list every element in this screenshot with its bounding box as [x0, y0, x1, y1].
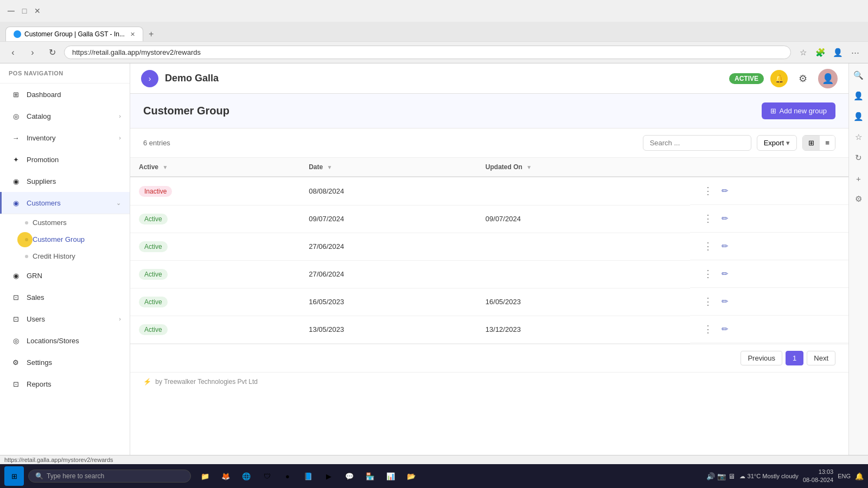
- right-add-icon[interactable]: +: [851, 171, 866, 186]
- tray-network-icon[interactable]: 🔊: [706, 472, 715, 480]
- page-header: Customer Group ⊞ Add new group: [130, 94, 848, 129]
- previous-button[interactable]: Previous: [741, 351, 782, 365]
- row-more-btn-3[interactable]: ⋮: [699, 267, 717, 281]
- row-edit-btn-3[interactable]: ✏: [722, 269, 729, 279]
- language-indicator[interactable]: ENG: [838, 473, 851, 479]
- cell-updated-0: [477, 177, 690, 205]
- address-bar[interactable]: https://retail.galla.app/mystorev2/rewar…: [64, 46, 791, 59]
- sidebar-item-customers-list[interactable]: Customers: [0, 214, 130, 231]
- next-button[interactable]: Next: [807, 351, 835, 365]
- cell-date-0: 08/08/2024: [300, 177, 477, 205]
- locations-icon: ◎: [10, 335, 21, 346]
- back-button[interactable]: ‹: [5, 45, 21, 60]
- tab-close-btn[interactable]: ✕: [130, 31, 135, 38]
- row-more-btn-5[interactable]: ⋮: [699, 322, 717, 336]
- taskbar-app-skype[interactable]: 💬: [340, 466, 359, 486]
- page-1-button[interactable]: 1: [786, 351, 803, 365]
- sidebar-item-inventory[interactable]: → Inventory ›: [0, 127, 130, 149]
- powered-icon: ⚡: [143, 378, 151, 386]
- start-button[interactable]: ⊞: [4, 466, 24, 486]
- taskbar-search[interactable]: 🔍 Type here to search: [28, 470, 191, 483]
- row-edit-btn-2[interactable]: ✏: [722, 241, 729, 251]
- sidebar-item-locations[interactable]: ◎ Locations/Stores: [0, 330, 130, 351]
- cell-actions-4: ⋮ ✏: [690, 288, 848, 316]
- notification-btn[interactable]: 🔔: [770, 70, 788, 87]
- cell-date-2: 27/06/2024: [300, 233, 477, 260]
- more-btn[interactable]: ⋯: [847, 45, 863, 60]
- cell-status-4: Active: [130, 288, 300, 316]
- sidebar-item-customer-group[interactable]: Customer Group: [0, 231, 130, 248]
- refresh-button[interactable]: ↻: [44, 45, 60, 60]
- row-more-btn-0[interactable]: ⋮: [699, 184, 717, 198]
- sidebar-item-customers[interactable]: ◉ Customers ⌄: [0, 192, 130, 214]
- right-user-icon[interactable]: 👤: [851, 88, 866, 104]
- extensions-btn[interactable]: 🧩: [813, 45, 828, 60]
- right-settings-icon[interactable]: ⚙: [851, 191, 866, 207]
- sidebar-item-credit-history[interactable]: Credit History: [0, 248, 130, 265]
- profile-btn[interactable]: 👤: [830, 45, 845, 60]
- row-edit-btn-4[interactable]: ✏: [722, 297, 729, 306]
- taskbar-app-files[interactable]: 📁: [195, 466, 215, 486]
- sidebar-item-settings[interactable]: ⚙ Settings: [0, 351, 130, 373]
- header-settings-btn[interactable]: ⚙: [794, 70, 812, 87]
- sidebar-item-suppliers[interactable]: ◉ Suppliers: [0, 170, 130, 192]
- taskbar-app-antivirus[interactable]: 🛡: [257, 466, 277, 486]
- row-edit-btn-0[interactable]: ✏: [722, 186, 729, 196]
- taskbar-app-youtube[interactable]: ▶: [319, 466, 339, 486]
- users-chevron: ›: [119, 316, 121, 322]
- export-button[interactable]: Export ▾: [757, 135, 797, 151]
- forward-button[interactable]: ›: [25, 45, 40, 60]
- notification-center[interactable]: 🔔: [855, 472, 864, 480]
- taskbar-app-explorer[interactable]: 📂: [401, 466, 421, 486]
- grid-view-btn[interactable]: ⊞: [803, 136, 820, 150]
- row-more-btn-4[interactable]: ⋮: [699, 294, 717, 309]
- taskbar-app-facebook[interactable]: 📘: [298, 466, 318, 486]
- minimize-btn[interactable]: ─: [5, 5, 17, 17]
- app-header: › Demo Galla ACTIVE 🔔 ⚙ 👤: [130, 63, 848, 94]
- sidebar-item-grn[interactable]: ◉ GRN: [0, 265, 130, 286]
- search-input[interactable]: [643, 135, 751, 151]
- right-user2-icon[interactable]: 👤: [851, 109, 866, 124]
- tray-volume-icon[interactable]: 📷: [717, 472, 726, 480]
- col-updated-on[interactable]: Updated On ▼: [477, 158, 690, 177]
- col-active[interactable]: Active ▼: [130, 158, 300, 177]
- taskbar-app-chrome[interactable]: ●: [278, 466, 297, 486]
- col-date[interactable]: Date ▼: [300, 158, 477, 177]
- close-btn[interactable]: ✕: [32, 7, 43, 15]
- sidebar-item-users[interactable]: ⊡ Users ›: [0, 308, 130, 330]
- sidebar-item-promotion[interactable]: ✦ Promotion: [0, 149, 130, 170]
- user-avatar[interactable]: 👤: [818, 69, 838, 88]
- sidebar-item-catalog[interactable]: ◎ Catalog ›: [0, 105, 130, 127]
- table-row: Active 13/05/2023 13/12/2023 ⋮ ✏: [130, 316, 848, 343]
- taskbar-app-finance[interactable]: 📊: [381, 466, 400, 486]
- taskbar-app-edge[interactable]: 🌐: [237, 466, 256, 486]
- right-search-icon[interactable]: 🔍: [851, 68, 866, 83]
- tab-title: Customer Group | Galla GST - In...: [24, 30, 125, 38]
- view-toggle: ⊞ ≡: [802, 135, 835, 151]
- maximize-btn[interactable]: □: [20, 7, 29, 15]
- users-icon: ⊡: [10, 313, 21, 324]
- inventory-chevron: ›: [119, 134, 121, 141]
- sidebar-item-dashboard[interactable]: ⊞ Dashboard: [0, 84, 130, 105]
- row-edit-btn-5[interactable]: ✏: [722, 324, 729, 334]
- sidebar-item-reports[interactable]: ⊡ Reports: [0, 373, 130, 395]
- cell-status-5: Active: [130, 316, 300, 343]
- dashboard-icon: ⊞: [10, 89, 21, 100]
- right-refresh-icon[interactable]: ↻: [851, 150, 866, 165]
- add-group-button[interactable]: ⊞ Add new group: [762, 102, 835, 119]
- row-more-btn-1[interactable]: ⋮: [699, 211, 717, 226]
- sidebar-item-sales[interactable]: ⊡ Sales: [0, 286, 130, 308]
- taskbar-clock[interactable]: 13:03 08-08-2024: [803, 468, 833, 485]
- new-tab-button[interactable]: +: [143, 27, 159, 41]
- taskbar-app-store[interactable]: 🏪: [360, 466, 380, 486]
- row-more-btn-2[interactable]: ⋮: [699, 239, 717, 253]
- tray-battery-icon[interactable]: 🖥: [728, 472, 735, 480]
- browser-tab[interactable]: Customer Group | Galla GST - In... ✕: [5, 27, 143, 41]
- list-view-btn[interactable]: ≡: [820, 136, 835, 150]
- bookmark-btn[interactable]: ☆: [795, 45, 810, 60]
- right-star-icon[interactable]: ☆: [851, 130, 866, 145]
- cell-updated-4: 16/05/2023: [477, 288, 690, 316]
- toggle-sidebar-btn[interactable]: ›: [141, 70, 158, 87]
- row-edit-btn-1[interactable]: ✏: [722, 214, 729, 223]
- taskbar-app-firefox[interactable]: 🦊: [216, 466, 235, 486]
